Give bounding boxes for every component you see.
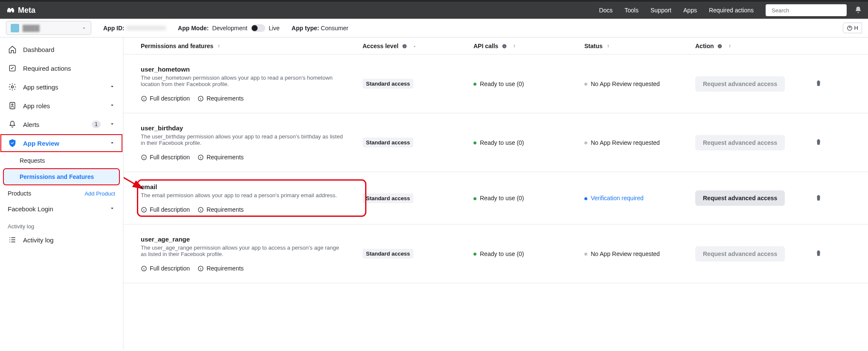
status-dot: [473, 83, 476, 86]
chevron-down-icon: [109, 121, 115, 127]
permission-name: email: [141, 183, 363, 190]
sidebar-item-label: Activity log: [23, 236, 115, 244]
meta-logo-icon: [6, 6, 15, 15]
sidebar-item-label: App Review: [23, 140, 103, 147]
col-status[interactable]: Status: [584, 43, 695, 49]
sidebar-item-required[interactable]: Required actions: [0, 59, 123, 78]
request-access-button: Request advanced access: [695, 246, 785, 262]
requirements-link[interactable]: Requirements: [197, 206, 244, 213]
permission-desc: The user_hometown permission allows your…: [141, 75, 345, 87]
info-icon: [197, 95, 204, 102]
sidebar-subitem-requests[interactable]: Requests: [0, 152, 123, 169]
help-button[interactable]: H: [843, 23, 862, 33]
chevron-down-icon: [81, 26, 87, 31]
checklist-icon: [8, 64, 17, 72]
info-icon: [141, 207, 147, 213]
full-description-link[interactable]: Full description: [141, 265, 190, 272]
full-description-link[interactable]: Full description: [141, 206, 190, 213]
delete-button[interactable]: [815, 140, 822, 147]
app-name: ████: [23, 25, 78, 32]
add-product-link[interactable]: Add Product: [84, 190, 115, 197]
mode-live: Live: [269, 25, 280, 32]
permission-desc: The user_age_range permission allows you…: [141, 245, 345, 257]
nav-support[interactable]: Support: [650, 7, 671, 14]
api-status: Ready to use (0): [480, 139, 524, 146]
search-input[interactable]: [772, 7, 843, 14]
gear-icon: [8, 83, 17, 91]
access-level-pill: Standard access: [363, 138, 413, 147]
review-status: No App Review requested: [591, 139, 660, 146]
request-access-button[interactable]: Request advanced access: [695, 190, 785, 206]
request-access-button: Request advanced access: [695, 135, 785, 150]
app-id: App ID: 000000000000: [103, 25, 166, 32]
topbar: Meta Docs Tools Support Apps Required ac…: [0, 0, 868, 19]
permission-row: user_age_rangeThe user_age_range permiss…: [124, 224, 868, 283]
app-mode: App Mode: Development Live: [178, 24, 280, 32]
status-dot: [473, 253, 476, 256]
status-dot: [473, 141, 476, 144]
nav-apps[interactable]: Apps: [683, 7, 697, 14]
request-access-button: Request advanced access: [695, 76, 785, 92]
content: Permissions and features Access level AP…: [124, 37, 868, 349]
app-selector[interactable]: ████: [6, 21, 91, 35]
app-icon: [11, 24, 19, 32]
info-icon: [197, 154, 204, 161]
col-access[interactable]: Access level: [363, 43, 473, 49]
permission-desc: The email permission allows your app to …: [141, 192, 345, 199]
permission-name: user_hometown: [141, 66, 363, 73]
nav-docs[interactable]: Docs: [599, 7, 613, 14]
trash-icon: [815, 249, 822, 257]
home-icon: [8, 45, 17, 54]
requirements-link[interactable]: Requirements: [197, 154, 244, 161]
nav-tools[interactable]: Tools: [624, 7, 639, 14]
review-status[interactable]: Verification required: [591, 195, 644, 201]
permission-row: user_hometownThe user_hometown permissio…: [124, 55, 868, 113]
info-icon: [141, 265, 147, 272]
access-level-pill: Standard access: [363, 79, 413, 89]
col-action: Action: [695, 43, 815, 49]
delete-button[interactable]: [815, 81, 822, 88]
bell-icon: [8, 120, 17, 129]
sidebar-item-activity[interactable]: Activity log: [0, 230, 123, 249]
nav-required[interactable]: Required actions: [709, 7, 754, 14]
chevron-down-icon: [109, 83, 115, 89]
sidebar-item-label: Alerts: [23, 121, 86, 128]
access-level-pill: Standard access: [363, 249, 413, 259]
brand[interactable]: Meta: [6, 6, 35, 15]
status-dot: [584, 141, 587, 144]
requirements-link[interactable]: Requirements: [197, 95, 244, 102]
api-status: Ready to use (0): [480, 81, 524, 87]
status-dot: [584, 83, 587, 86]
delete-button[interactable]: [815, 196, 822, 203]
info-icon: [141, 95, 147, 102]
delete-button[interactable]: [815, 251, 822, 258]
full-description-link[interactable]: Full description: [141, 154, 190, 161]
sidebar-subitem-permissions[interactable]: Permissions and Features: [3, 169, 119, 185]
search-box[interactable]: [766, 4, 847, 16]
full-description-link[interactable]: Full description: [141, 95, 190, 102]
requirements-link[interactable]: Requirements: [197, 265, 244, 272]
top-nav: Docs Tools Support Apps Required actions: [599, 7, 754, 14]
mode-toggle[interactable]: [251, 24, 265, 32]
status-dot: [584, 197, 587, 200]
sidebar-item-app-review[interactable]: App Review: [0, 134, 123, 152]
sort-icon: [217, 44, 221, 48]
review-status: No App Review requested: [591, 81, 660, 87]
col-api[interactable]: API calls: [473, 43, 584, 49]
sort-icon: [512, 44, 517, 48]
sidebar-item-label: Required actions: [23, 65, 115, 72]
info-icon: [197, 207, 204, 213]
permission-row: emailThe email permission allows your ap…: [124, 172, 868, 224]
sidebar-item-alerts[interactable]: Alerts 1: [0, 115, 123, 134]
sidebar-item-fblogin[interactable]: Facebook Login: [0, 199, 123, 218]
sidebar-item-settings[interactable]: App settings: [0, 78, 123, 96]
sidebar: Dashboard Required actions App settings …: [0, 37, 124, 349]
sidebar-item-dashboard[interactable]: Dashboard: [0, 40, 123, 59]
sidebar-item-roles[interactable]: App roles: [0, 96, 123, 115]
col-permissions[interactable]: Permissions and features: [141, 43, 363, 49]
arrow-down-icon: [412, 44, 417, 48]
info-icon: [402, 43, 407, 49]
chevron-up-icon: [109, 140, 115, 146]
info-icon: [141, 154, 147, 161]
notifications-button[interactable]: [854, 6, 862, 15]
